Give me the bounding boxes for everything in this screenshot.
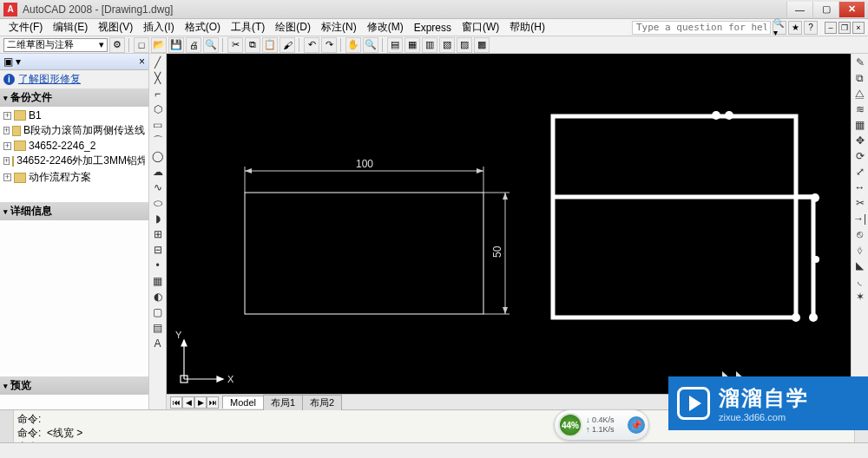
tree-node[interactable]: +34652-2246外加工3MM铝焊…: [3, 153, 145, 169]
search-icon[interactable]: 🔍▾: [773, 21, 786, 35]
fillet-icon[interactable]: ◟: [853, 274, 867, 288]
tree-node[interactable]: +34652-2246_2: [3, 139, 145, 153]
pin-icon[interactable]: ▣ ▾: [3, 56, 21, 68]
menu-view[interactable]: 视图(V): [93, 18, 138, 36]
rectangle-icon[interactable]: ▭: [151, 118, 165, 132]
match-icon[interactable]: 🖌: [279, 37, 295, 53]
ellipse-arc-icon[interactable]: ◗: [151, 212, 165, 226]
workspace-settings-icon[interactable]: ⚙: [109, 37, 125, 53]
details-header[interactable]: ▾ 详细信息: [0, 202, 148, 220]
help-search-input[interactable]: [632, 21, 771, 35]
tab-next-icon[interactable]: ▶: [194, 396, 207, 409]
menu-draw[interactable]: 绘图(D): [270, 18, 316, 36]
menu-modify[interactable]: 修改(M): [362, 18, 409, 36]
backup-files-header[interactable]: ▾ 备份文件: [0, 88, 148, 107]
revision-cloud-icon[interactable]: ☁: [151, 165, 165, 179]
drawing-canvas[interactable]: 100 50: [167, 54, 851, 394]
preview-icon[interactable]: 🔍: [203, 37, 219, 53]
offset-icon[interactable]: ≋: [853, 102, 867, 116]
mdi-close[interactable]: ×: [852, 22, 865, 34]
rotate-icon[interactable]: ⟳: [853, 149, 867, 163]
recovery-info-link[interactable]: i 了解图形修复: [0, 70, 148, 88]
menu-edit[interactable]: 编辑(E): [48, 18, 93, 36]
palette-close-icon[interactable]: ×: [139, 56, 145, 68]
copy-obj-icon[interactable]: ⧉: [853, 71, 867, 85]
minimize-button[interactable]: —: [786, 2, 812, 17]
polygon-icon[interactable]: ⬡: [151, 102, 165, 116]
close-button[interactable]: ✕: [838, 2, 865, 17]
markup-icon[interactable]: ▨: [457, 37, 472, 53]
point-icon[interactable]: •: [151, 258, 165, 272]
arc-icon[interactable]: ⌒: [151, 134, 165, 147]
workspace-combo[interactable]: 二维草图与注释▾: [3, 38, 108, 52]
line-icon[interactable]: ╱: [151, 56, 165, 69]
table-icon[interactable]: ▤: [151, 321, 165, 335]
tree-node[interactable]: +动作流程方案: [3, 169, 145, 186]
gradient-icon[interactable]: ◐: [151, 290, 165, 304]
tree-node[interactable]: +B段动力滚筒加两侧传送线: [3, 122, 145, 139]
save-icon[interactable]: 💾: [168, 37, 184, 53]
open-icon[interactable]: 📂: [151, 37, 167, 53]
favorite-icon[interactable]: ★: [788, 21, 802, 35]
move-icon[interactable]: ✥: [853, 134, 867, 147]
preview-header[interactable]: ▾ 预览: [0, 376, 148, 395]
help-icon[interactable]: ?: [804, 21, 818, 35]
menu-dim[interactable]: 标注(N): [316, 18, 362, 36]
polyline-icon[interactable]: ⌐: [151, 87, 165, 101]
chamfer-icon[interactable]: ◣: [853, 258, 867, 272]
pan-icon[interactable]: ✋: [345, 37, 361, 53]
mirror-icon[interactable]: ⧋: [853, 87, 867, 101]
tab-model[interactable]: Model: [222, 396, 264, 409]
region-icon[interactable]: ▢: [151, 305, 165, 319]
copy-icon[interactable]: ⧉: [245, 37, 260, 53]
tree-node[interactable]: +B1: [3, 108, 145, 122]
mdi-restore[interactable]: ❐: [838, 22, 851, 34]
trim-icon[interactable]: ✂: [853, 196, 867, 210]
stretch-icon[interactable]: ↔: [853, 180, 867, 194]
break-icon[interactable]: ⎋: [853, 227, 867, 241]
scale-icon[interactable]: ⤢: [853, 165, 867, 179]
design-center-icon[interactable]: ▦: [404, 37, 420, 53]
insert-block-icon[interactable]: ⊞: [151, 227, 165, 241]
menu-express[interactable]: Express: [409, 20, 457, 36]
circle-icon[interactable]: ◯: [151, 149, 165, 163]
cut-icon[interactable]: ✂: [227, 37, 243, 53]
tab-layout2[interactable]: 布局2: [302, 395, 342, 410]
tab-first-icon[interactable]: ⏮: [170, 396, 182, 409]
tab-layout1[interactable]: 布局1: [263, 395, 303, 410]
join-icon[interactable]: ⎀: [853, 243, 867, 257]
tool-palettes-icon[interactable]: ▥: [422, 37, 437, 53]
tab-prev-icon[interactable]: ◀: [182, 396, 194, 409]
construction-line-icon[interactable]: ╳: [151, 71, 165, 85]
extend-icon[interactable]: →|: [853, 212, 867, 226]
palette-header[interactable]: ▣ ▾ ×: [0, 54, 148, 70]
paste-icon[interactable]: 📋: [262, 37, 278, 53]
ellipse-icon[interactable]: ⬭: [151, 196, 165, 210]
spline-icon[interactable]: ∿: [151, 180, 165, 194]
mdi-minimize[interactable]: –: [825, 22, 837, 34]
menu-help[interactable]: 帮助(H): [504, 18, 550, 36]
calc-icon[interactable]: ▩: [474, 37, 490, 53]
maximize-button[interactable]: ▢: [812, 2, 838, 17]
erase-icon[interactable]: ✎: [853, 56, 867, 69]
new-icon[interactable]: □: [134, 37, 149, 53]
menu-insert[interactable]: 插入(I): [138, 18, 179, 36]
array-icon[interactable]: ▦: [853, 118, 867, 132]
menu-file[interactable]: 文件(F): [3, 18, 48, 36]
text-icon[interactable]: A: [151, 337, 165, 350]
tab-last-icon[interactable]: ⏭: [207, 396, 219, 409]
make-block-icon[interactable]: ⊟: [151, 243, 165, 257]
undo-icon[interactable]: ↶: [304, 37, 319, 53]
hatch-icon[interactable]: ▦: [151, 274, 165, 288]
bubble-pin-icon[interactable]: 📌: [628, 416, 645, 434]
redo-icon[interactable]: ↷: [321, 37, 337, 53]
explode-icon[interactable]: ✶: [853, 290, 867, 304]
menu-format[interactable]: 格式(O): [180, 18, 226, 36]
menu-tools[interactable]: 工具(T): [226, 18, 270, 36]
properties-icon[interactable]: ▤: [387, 37, 403, 53]
download-bubble[interactable]: 44% ↓ 0.4K/s ↑ 1.1K/s 📌: [554, 409, 649, 441]
sheet-set-icon[interactable]: ▧: [439, 37, 455, 53]
zoom-icon[interactable]: 🔍: [363, 37, 378, 53]
menu-window[interactable]: 窗口(W): [457, 18, 504, 36]
print-icon[interactable]: 🖨: [186, 37, 201, 53]
